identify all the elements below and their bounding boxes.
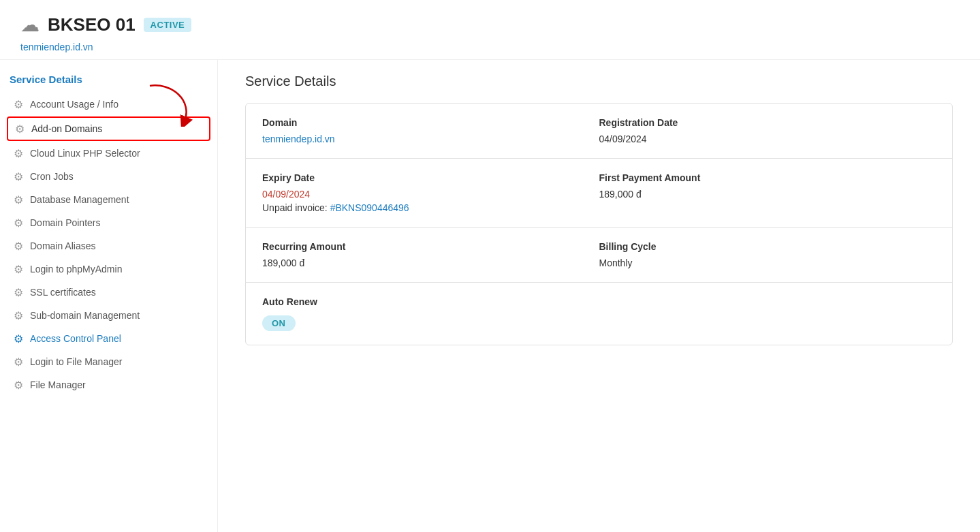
sidebar-item-label: Cron Jobs [30, 171, 74, 182]
sidebar-item-file-manager-login[interactable]: ⚙ Login to File Manager [7, 351, 210, 373]
expiry-label: Expiry Date [262, 172, 599, 183]
recurring-label: Recurring Amount [262, 241, 599, 252]
sidebar: Service Details ⚙ Account Usage / Info [0, 60, 218, 532]
sidebar-item-label: Sub-domain Management [30, 310, 140, 321]
gear-icon-fm: ⚙ [12, 379, 25, 391]
billing-cycle-label: Billing Cycle [599, 241, 936, 252]
cloud-icon: ☁ [20, 14, 39, 36]
sidebar-item-addon-domains[interactable]: ⚙ Add-on Domains [7, 116, 210, 141]
sidebar-item-domain-pointers[interactable]: ⚙ Domain Pointers [7, 212, 210, 234]
page-wrapper: ☁ BKSEO 01 ACTIVE tenmiendep.id.vn Servi… [0, 0, 980, 532]
gear-icon-da: ⚙ [12, 240, 25, 252]
header-section: ☁ BKSEO 01 ACTIVE tenmiendep.id.vn [0, 0, 980, 60]
sidebar-item-label: File Manager [30, 379, 86, 390]
gear-icon-access: ⚙ [12, 332, 25, 345]
sidebar-item-label: Database Management [30, 194, 129, 205]
detail-row-domain: Domain tenmiendep.id.vn Registration Dat… [246, 104, 952, 159]
gear-icon-addon: ⚙ [14, 123, 26, 135]
detail-col-reg-date: Registration Date 04/09/2024 [599, 117, 936, 144]
sidebar-item-phpmyadmin[interactable]: ⚙ Login to phpMyAdmin [7, 258, 210, 280]
sidebar-item-access-control[interactable]: ⚙ Access Control Panel [7, 328, 210, 349]
sidebar-section-title: Service Details [7, 74, 210, 85]
status-badge: ACTIVE [144, 18, 192, 32]
gear-icon-ssl: ⚙ [12, 286, 25, 298]
service-title: BKSEO 01 [48, 14, 136, 35]
sidebar-item-label: Domain Pointers [30, 217, 101, 228]
gear-icon-cloudlinux: ⚙ [12, 147, 25, 159]
sidebar-item-label: Domain Aliases [30, 240, 96, 251]
sidebar-item-label: Access Control Panel [30, 333, 121, 344]
reg-date-value: 04/09/2024 [599, 134, 936, 144]
gear-icon-db: ⚙ [12, 193, 25, 206]
gear-icon-phpmyadmin: ⚙ [12, 263, 25, 275]
gear-icon: ⚙ [12, 98, 25, 110]
detail-col-first-payment: First Payment Amount 189,000 đ [599, 172, 936, 213]
sidebar-item-ssl[interactable]: ⚙ SSL certificates [7, 281, 210, 303]
sidebar-item-database-mgmt[interactable]: ⚙ Database Management [7, 189, 210, 210]
autorenew-badge: ON [262, 315, 296, 331]
sidebar-item-label: Login to phpMyAdmin [30, 264, 122, 275]
first-payment-value: 189,000 đ [599, 189, 936, 200]
sidebar-item-cloud-linux[interactable]: ⚙ Cloud Linux PHP Selector [7, 142, 210, 164]
detail-col-billing-cycle: Billing Cycle Monthly [599, 241, 936, 268]
content-area: Service Details ⚙ Account Usage / Info [0, 60, 980, 532]
gear-icon-subdomain: ⚙ [12, 309, 25, 322]
expiry-value: 04/09/2024 [262, 189, 599, 200]
domain-label: Domain [262, 117, 599, 128]
detail-row-autorenew: Auto Renew ON [246, 283, 952, 345]
gear-icon-fm-login: ⚙ [12, 356, 25, 368]
domain-value[interactable]: tenmiendep.id.vn [262, 134, 335, 144]
unpaid-line: Unpaid invoice: #BKNS090446496 [262, 202, 599, 213]
detail-col-expiry: Expiry Date 04/09/2024 Unpaid invoice: #… [262, 172, 599, 213]
sidebar-item-domain-aliases[interactable]: ⚙ Domain Aliases [7, 235, 210, 257]
sidebar-item-subdomain[interactable]: ⚙ Sub-domain Management [7, 304, 210, 326]
reg-date-label: Registration Date [599, 117, 936, 128]
detail-row-recurring: Recurring Amount 189,000 đ Billing Cycle… [246, 228, 952, 283]
detail-col-autorenew: Auto Renew ON [262, 296, 599, 331]
gear-icon-cron: ⚙ [12, 170, 25, 183]
unpaid-invoice-link[interactable]: #BKNS090446496 [330, 202, 409, 213]
autorenew-label: Auto Renew [262, 296, 599, 307]
detail-card: Domain tenmiendep.id.vn Registration Dat… [245, 103, 953, 345]
header-top: ☁ BKSEO 01 ACTIVE [20, 14, 960, 36]
header-domain-link[interactable]: tenmiendep.id.vn [20, 42, 93, 52]
billing-cycle-value: Monthly [599, 257, 936, 268]
recurring-value: 189,000 đ [262, 257, 599, 268]
sidebar-item-label: Add-on Domains [31, 123, 102, 134]
detail-col-recurring: Recurring Amount 189,000 đ [262, 241, 599, 268]
main-section-title: Service Details [245, 74, 953, 89]
sidebar-item-label: Login to File Manager [30, 356, 122, 367]
detail-row-expiry: Expiry Date 04/09/2024 Unpaid invoice: #… [246, 159, 952, 228]
main-content: Service Details Domain tenmiendep.id.vn … [218, 60, 980, 532]
sidebar-item-file-manager[interactable]: ⚙ File Manager [7, 374, 210, 396]
sidebar-item-label: Cloud Linux PHP Selector [30, 148, 140, 159]
first-payment-label: First Payment Amount [599, 172, 936, 183]
sidebar-item-cron-jobs[interactable]: ⚙ Cron Jobs [7, 166, 210, 187]
addon-domains-wrapper: ⚙ Add-on Domains [7, 116, 210, 141]
sidebar-item-account-usage[interactable]: ⚙ Account Usage / Info [7, 93, 210, 115]
sidebar-item-label: SSL certificates [30, 287, 96, 298]
gear-icon-dp: ⚙ [12, 217, 25, 229]
sidebar-item-label: Account Usage / Info [30, 99, 118, 110]
detail-col-domain: Domain tenmiendep.id.vn [262, 117, 599, 144]
detail-col-empty [599, 296, 936, 331]
